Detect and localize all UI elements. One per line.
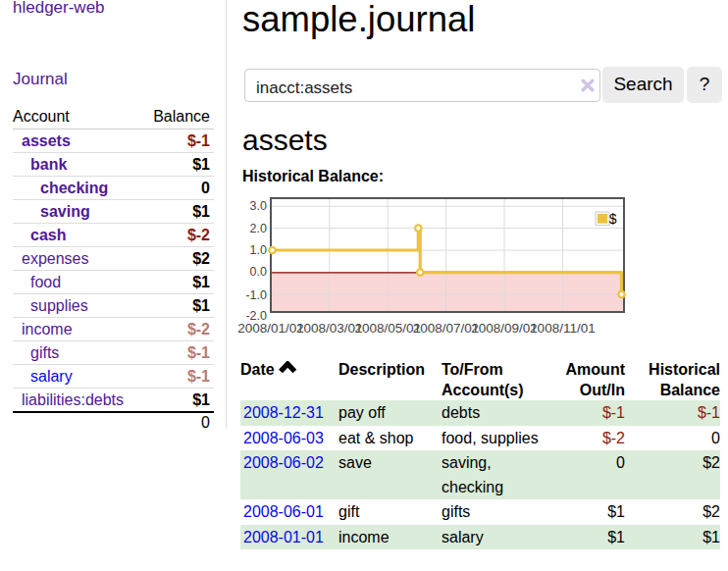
svg-text:2008/01/01: 2008/01/01 [237, 321, 304, 336]
svg-text:3.0: 3.0 [250, 199, 267, 213]
svg-text:2008/03/01: 2008/03/01 [296, 321, 363, 336]
svg-text:0.0: 0.0 [250, 265, 267, 279]
svg-text:2008/05/01: 2008/05/01 [354, 321, 421, 336]
svg-text:2008/07/01: 2008/07/01 [413, 321, 480, 336]
svg-text:2008/11/01: 2008/11/01 [530, 321, 596, 336]
svg-text:2.0: 2.0 [250, 222, 267, 235]
svg-text:2008/09/01: 2008/09/01 [471, 321, 538, 336]
svg-text:$: $ [609, 211, 617, 227]
svg-text:-1.0: -1.0 [245, 288, 267, 302]
svg-text:1.0: 1.0 [250, 243, 267, 257]
